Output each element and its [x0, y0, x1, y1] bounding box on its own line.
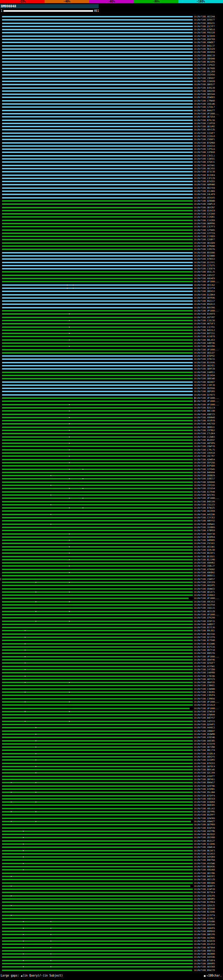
hit-bar[interactable]: [2, 294, 193, 296]
hit-label[interactable]: UniRef100_Q93J62: [194, 284, 215, 287]
hit-label[interactable]: UniRef100_Q8EKS3: [194, 290, 215, 293]
hit-bar[interactable]: [2, 355, 193, 357]
hit-label[interactable]: UniRef100_C1PAZ2: [194, 64, 215, 67]
hit-label[interactable]: UniRef100_Q05544: [194, 93, 215, 96]
hit-bar[interactable]: [2, 417, 193, 418]
hit-label[interactable]: UniRef100_Q81GD9: [194, 242, 215, 245]
hit-bar[interactable]: [2, 866, 193, 867]
hit-label[interactable]: UniRef100_Q46S44: [194, 923, 215, 926]
hit-bar[interactable]: [2, 924, 193, 926]
hit-bar[interactable]: [2, 556, 193, 557]
hit-label[interactable]: UniRef100_UP1000...: [194, 112, 219, 115]
hit-label[interactable]: UniRef100_B7HZG5: [194, 180, 215, 183]
hit-bar[interactable]: [2, 843, 193, 845]
hit-label[interactable]: UniRef100_B4RAH4: [194, 471, 215, 474]
hit-bar[interactable]: [2, 676, 193, 677]
hit-bar[interactable]: [2, 35, 193, 37]
hit-bar[interactable]: [2, 32, 193, 33]
hit-label[interactable]: UniRef100_Q39JF6: [194, 894, 215, 897]
hit-bar[interactable]: [2, 271, 193, 272]
hit-bar[interactable]: [2, 475, 193, 476]
hit-bar[interactable]: [2, 245, 193, 247]
hit-bar[interactable]: [2, 630, 193, 631]
hit-label[interactable]: UniRef100_Q5QWM0: [194, 733, 215, 736]
hit-label[interactable]: UniRef100_C2TU75: [194, 264, 215, 267]
hit-bar[interactable]: [2, 727, 193, 728]
hit-bar[interactable]: [2, 837, 193, 838]
hit-bar[interactable]: [2, 859, 193, 861]
hit-label[interactable]: UniRef100_B1VXX6: [194, 361, 215, 364]
hit-label[interactable]: UniRef100_A0RHW8: [194, 183, 215, 186]
hit-bar[interactable]: [2, 692, 193, 693]
hit-bar[interactable]: [2, 779, 193, 780]
hit-label[interactable]: UniRef100_C1XZ69: [194, 219, 215, 222]
hit-label[interactable]: UniRef100_C6QLW6: [194, 103, 215, 106]
hit-bar[interactable]: [2, 275, 193, 276]
hit-bar[interactable]: [2, 572, 193, 573]
hit-bar[interactable]: [2, 588, 193, 590]
hit-label[interactable]: UniRef100_Q6XZN7: [194, 206, 215, 209]
hit-bar[interactable]: [2, 391, 193, 392]
hit-bar[interactable]: [2, 562, 193, 563]
hit-bar[interactable]: [2, 394, 193, 396]
hit-bar[interactable]: [2, 685, 193, 686]
hit-label[interactable]: UniRef100_Q5L269: [194, 70, 215, 73]
hit-bar[interactable]: [2, 116, 193, 118]
hit-bar[interactable]: [2, 226, 193, 228]
hit-label[interactable]: UniRef100_C5SJZ3: [194, 503, 215, 506]
hit-bar[interactable]: [2, 931, 193, 932]
hit-label[interactable]: UniRef100_C4ZY23: [194, 720, 215, 723]
hit-label[interactable]: UniRef100_B1FS16: [194, 646, 215, 649]
hit-bar[interactable]: [2, 126, 193, 127]
hit-label[interactable]: UniRef100_Q8GU31: [194, 22, 215, 25]
hit-label[interactable]: UniRef100_A4JFA4: [194, 603, 215, 607]
hit-label[interactable]: UniRef100_C3RVP4: [194, 694, 215, 697]
hit-label[interactable]: UniRef100_B53GU1: [194, 555, 215, 558]
hit-bar[interactable]: [2, 756, 193, 757]
hit-bar[interactable]: [2, 776, 193, 777]
hit-bar[interactable]: [2, 937, 193, 939]
hit-bar[interactable]: [2, 213, 193, 215]
hit-label[interactable]: UniRef100_B6IU29: [194, 48, 215, 51]
hit-label[interactable]: UniRef100_A0K9M3: [194, 897, 215, 901]
hit-bar[interactable]: [2, 737, 193, 738]
hit-label[interactable]: UniRef100_A4YQR9: [194, 856, 215, 859]
hit-label[interactable]: UniRef100_Q0B1W8: [194, 377, 215, 380]
hit-bar[interactable]: [2, 582, 193, 583]
hit-label[interactable]: UniRef100_C1WS91: [194, 158, 215, 161]
hit-bar[interactable]: [2, 385, 193, 386]
hit-bar[interactable]: [2, 565, 193, 566]
hit-bar[interactable]: [2, 624, 193, 625]
hit-label[interactable]: UniRef100_B2T9C4: [194, 891, 215, 894]
hit-bar[interactable]: [2, 352, 193, 353]
hit-label[interactable]: UniRef100_C2SQL7: [194, 106, 215, 109]
hit-label[interactable]: UniRef100_B5WJ78: [194, 969, 215, 972]
hit-label[interactable]: UniRef100_Q7WAH4: [194, 713, 215, 716]
hit-bar[interactable]: [2, 873, 193, 874]
hit-label[interactable]: UniRef100_A5ETM6: [194, 830, 215, 833]
hit-label[interactable]: UniRef100_A6V5K8: [194, 966, 215, 969]
hit-label[interactable]: UniRef100_Q67Q54: [194, 115, 215, 119]
hit-bar[interactable]: [2, 329, 193, 331]
hit-label[interactable]: UniRef100_Q6FDC4: [194, 765, 215, 768]
hit-bar[interactable]: [2, 963, 193, 964]
hit-bar[interactable]: [2, 827, 193, 829]
hit-label[interactable]: UniRef100_Q10663: [194, 594, 215, 597]
hit-bar[interactable]: [2, 763, 193, 764]
hit-label[interactable]: UniRef100_B9KTN4: [194, 859, 215, 862]
hit-bar[interactable]: [2, 498, 193, 499]
hit-label[interactable]: UniRef100_B7QYF4: [194, 794, 215, 797]
hit-label[interactable]: UniRef100_A7BMS9: [194, 529, 215, 532]
hit-label[interactable]: UniRef100_Q9X959: [194, 51, 215, 54]
hit-bar[interactable]: [2, 22, 193, 24]
hit-label[interactable]: UniRef100_Q16DK8: [194, 800, 215, 804]
hit-label[interactable]: UniRef100_Q4JXH4: [194, 510, 215, 513]
hit-bar[interactable]: [2, 472, 193, 473]
hit-bar[interactable]: [2, 940, 193, 942]
hit-bar[interactable]: [2, 107, 193, 108]
hit-bar[interactable]: [2, 960, 193, 961]
hit-bar[interactable]: [2, 26, 193, 27]
hit-label[interactable]: UniRef100_C2PBX8: [194, 151, 215, 154]
hit-bar[interactable]: [2, 16, 193, 18]
hit-label[interactable]: UniRef100_Q483B5: [194, 740, 215, 743]
